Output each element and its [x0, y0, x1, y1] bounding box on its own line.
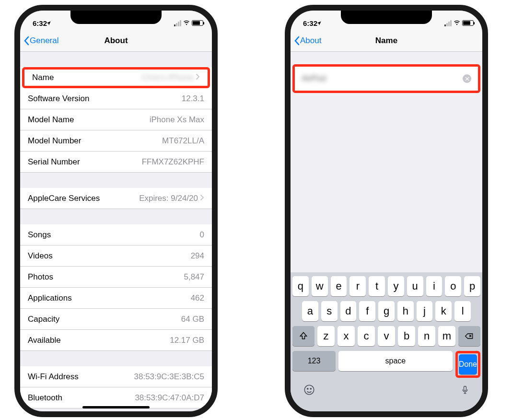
signal-icon	[174, 20, 181, 26]
location-icon	[316, 19, 322, 27]
notch	[341, 11, 432, 24]
row-value: Chris's iPhone	[141, 73, 200, 82]
clear-text-button[interactable]	[463, 74, 471, 83]
row-label: Capacity	[28, 315, 59, 324]
key-j[interactable]: j	[417, 301, 433, 321]
key-s[interactable]: s	[321, 301, 338, 321]
key-c[interactable]: c	[358, 326, 375, 346]
iphone-about-screen: 6:32 General About NameChris's iPhoneSof…	[14, 5, 218, 417]
done-key-label: Done	[459, 360, 477, 369]
row-value: FFMX7Z62KPHF	[142, 157, 204, 167]
chevron-left-icon	[23, 36, 30, 46]
svg-point-2	[310, 388, 311, 389]
key-x[interactable]: x	[338, 326, 355, 346]
row-label: AppleCare Services	[28, 194, 100, 203]
backspace-key[interactable]	[458, 326, 480, 346]
key-p[interactable]: p	[464, 276, 480, 296]
key-g[interactable]: g	[378, 301, 395, 321]
about-group-2: AppleCare ServicesExpires: 9/24/20	[20, 188, 212, 209]
battery-icon	[192, 20, 203, 26]
row-label: Available	[28, 336, 61, 345]
wifi-icon	[453, 19, 461, 27]
row-value: MT672LL/A	[162, 136, 204, 146]
settings-row-applecare-services[interactable]: AppleCare ServicesExpires: 9/24/20	[20, 188, 212, 209]
settings-row-videos: Videos294	[20, 245, 212, 267]
row-value: 5,847	[184, 272, 204, 282]
nav-title: About	[104, 36, 128, 46]
emoji-key[interactable]	[303, 384, 315, 398]
key-d[interactable]: d	[340, 301, 357, 321]
svg-point-1	[307, 388, 308, 389]
about-content[interactable]: NameChris's iPhoneSoftware Version12.3.1…	[20, 52, 212, 411]
name-input-value: AirPod	[302, 74, 326, 83]
dictation-key[interactable]	[460, 384, 470, 398]
name-input[interactable]: AirPod	[295, 67, 478, 91]
location-icon	[46, 19, 51, 27]
iphone-name-edit-screen: 6:32 About Name AirPod	[285, 5, 488, 417]
settings-row-name[interactable]: NameChris's iPhone	[22, 67, 210, 88]
key-h[interactable]: h	[397, 301, 414, 321]
key-e[interactable]: e	[331, 276, 347, 296]
done-key[interactable]: Done	[459, 354, 477, 374]
done-highlight: Done	[455, 351, 480, 378]
key-t[interactable]: t	[369, 276, 385, 296]
battery-icon	[462, 20, 474, 26]
row-value: 38:53:9C:3E:3B:C5	[134, 372, 204, 382]
key-q[interactable]: q	[292, 276, 309, 296]
name-input-row-highlight: AirPod	[292, 64, 480, 93]
row-value: Expires: 9/24/20	[139, 194, 204, 203]
shift-icon	[299, 331, 308, 341]
status-time: 6:32	[303, 19, 317, 27]
back-button[interactable]: General	[23, 36, 58, 46]
numbers-key-label: 123	[308, 357, 321, 365]
key-n[interactable]: n	[418, 326, 435, 346]
key-z[interactable]: z	[317, 326, 335, 346]
key-v[interactable]: v	[378, 326, 395, 346]
nav-title: Name	[375, 36, 397, 46]
settings-row-applications: Applications462	[20, 288, 212, 309]
row-label: Photos	[28, 272, 53, 282]
key-w[interactable]: w	[312, 276, 328, 296]
key-y[interactable]: y	[388, 276, 404, 296]
row-value: 38:53:9C:47:0A:D7	[135, 393, 204, 403]
shift-key[interactable]	[292, 326, 314, 346]
about-group-1: NameChris's iPhoneSoftware Version12.3.1…	[20, 67, 212, 173]
key-k[interactable]: k	[435, 301, 452, 321]
key-b[interactable]: b	[398, 326, 415, 346]
row-label: Serial Number	[28, 157, 80, 167]
key-o[interactable]: o	[445, 276, 461, 296]
notch	[70, 11, 162, 24]
signal-icon	[444, 20, 452, 26]
key-l[interactable]: l	[454, 301, 471, 321]
key-m[interactable]: m	[438, 326, 455, 346]
status-time: 6:32	[33, 19, 47, 27]
key-a[interactable]: a	[302, 301, 318, 321]
back-button[interactable]: About	[293, 36, 321, 46]
key-u[interactable]: u	[407, 276, 423, 296]
settings-row-software-version: Software Version12.3.1	[20, 88, 212, 109]
row-value: 462	[191, 293, 204, 303]
wifi-icon	[183, 19, 190, 27]
row-value: 0	[200, 230, 204, 240]
row-label: Songs	[28, 230, 51, 240]
about-group-3: Songs0Videos294Photos5,847Applications46…	[20, 224, 212, 351]
numbers-key[interactable]: 123	[292, 351, 336, 371]
home-indicator[interactable]	[82, 406, 150, 408]
row-value: 294	[191, 251, 204, 261]
row-value: 64 GB	[181, 315, 204, 324]
row-label: Software Version	[28, 94, 90, 104]
key-f[interactable]: f	[359, 301, 375, 321]
settings-row-bluetooth: Bluetooth38:53:9C:47:0A:D7	[20, 387, 212, 408]
row-label: Name	[32, 73, 54, 82]
key-r[interactable]: r	[349, 276, 366, 296]
settings-row-model-number: Model NumberMT672LL/A	[20, 130, 212, 152]
space-key[interactable]: space	[338, 351, 453, 371]
ios-keyboard: qwertyuiop asdfghjkl zxcvbnm 123 space D…	[291, 272, 482, 411]
key-i[interactable]: i	[426, 276, 442, 296]
chevron-right-icon	[196, 73, 200, 80]
back-label: General	[30, 36, 58, 46]
row-label: Wi-Fi Address	[28, 372, 79, 382]
row-label: Bluetooth	[28, 393, 62, 403]
chevron-left-icon	[293, 36, 300, 46]
row-label: Videos	[28, 251, 53, 261]
